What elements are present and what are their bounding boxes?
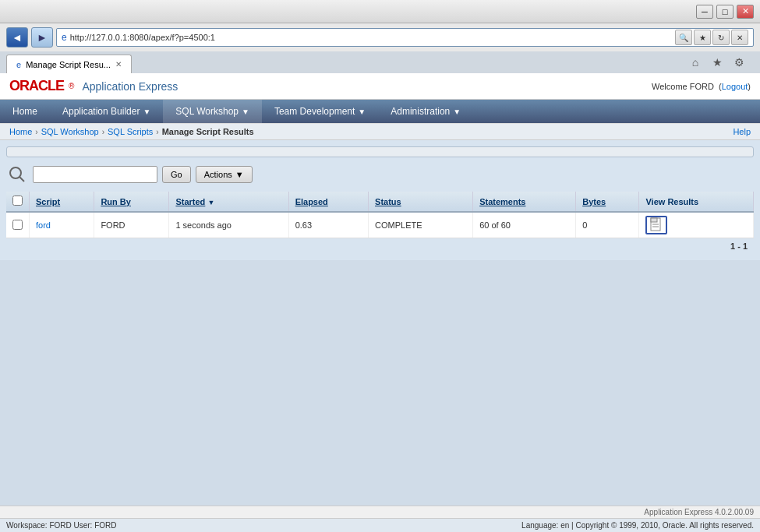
page-footer: Application Express 4.0.2.00.09 Workspac… <box>0 506 760 532</box>
minimize-button[interactable]: ─ <box>696 5 713 19</box>
view-results-button[interactable] <box>645 216 667 234</box>
breadcrumb-bar: Home › SQL Workshop › SQL Scripts › Mana… <box>0 123 760 140</box>
oracle-logo: ORACLE® Application Express <box>9 78 178 94</box>
nav-team-development-dropdown: ▼ <box>358 107 366 116</box>
row-checkbox[interactable] <box>12 220 23 230</box>
breadcrumb-home[interactable]: Home <box>9 127 32 136</box>
footer-bottom: Workspace: FORD User: FORD Language: en … <box>0 518 760 532</box>
url-icon: e <box>62 32 67 43</box>
row-script-cell: ford <box>30 212 94 238</box>
nav-bar: Home Application Builder ▼ SQL Workshop … <box>0 100 760 123</box>
search-input[interactable] <box>33 166 157 183</box>
version-text: Application Express 4.0.2.00.09 <box>644 508 754 516</box>
col-view-results: View Results <box>639 192 754 212</box>
apex-app-title: Application Express <box>82 80 178 93</box>
breadcrumb-sep-3: › <box>156 128 158 136</box>
col-elapsed[interactable]: Elapsed <box>288 192 368 212</box>
favorites-toolbar-icon[interactable]: ★ <box>709 54 726 71</box>
title-bar: ─ □ ✕ <box>0 0 760 23</box>
tab-icon: e <box>16 60 21 69</box>
script-link[interactable]: ford <box>36 220 51 230</box>
svg-rect-3 <box>651 218 657 222</box>
col-script[interactable]: Script <box>30 192 94 212</box>
actions-button[interactable]: Actions ▼ <box>196 166 253 183</box>
col-run-by[interactable]: Run By <box>94 192 169 212</box>
col-run-by-link[interactable]: Run By <box>101 197 131 206</box>
refresh-button[interactable]: ↻ <box>712 30 730 45</box>
nav-team-development[interactable]: Team Development ▼ <box>262 100 378 123</box>
favorites-button[interactable]: ★ <box>694 30 711 45</box>
row-bytes-cell: 0 <box>576 212 639 238</box>
col-elapsed-link[interactable]: Elapsed <box>295 197 328 206</box>
data-table: Script Run By Started ▼ Elapsed Status S… <box>6 192 754 238</box>
close-button[interactable]: ✕ <box>737 5 754 19</box>
breadcrumb-sql-scripts[interactable]: SQL Scripts <box>108 127 153 136</box>
search-url-button[interactable]: 🔍 <box>675 30 692 45</box>
col-bytes[interactable]: Bytes <box>576 192 639 212</box>
col-script-link[interactable]: Script <box>36 197 60 206</box>
logout-link[interactable]: Logout <box>722 82 748 91</box>
settings-toolbar-icon[interactable]: ⚙ <box>730 54 748 71</box>
filter-bar: Go Actions ▼ <box>6 164 754 185</box>
nav-administration[interactable]: Administration ▼ <box>378 100 473 123</box>
tab-bar: e Manage Script Resu... ✕ ⌂ ★ ⚙ <box>0 51 760 73</box>
address-bar: ◄ ► e http://127.0.0.1:8080/apex/f?p=450… <box>0 23 760 51</box>
workspace-text: Workspace: FORD User: FORD <box>6 521 117 530</box>
back-button[interactable]: ◄ <box>6 27 28 48</box>
page-wrapper: ORACLE® Application Express Welcome FORD… <box>0 73 760 510</box>
col-status[interactable]: Status <box>369 192 473 212</box>
col-statements-link[interactable]: Statements <box>479 197 525 206</box>
row-statements-cell: 60 of 60 <box>473 212 576 238</box>
actions-label: Actions <box>204 170 232 179</box>
tab-close-button[interactable]: ✕ <box>115 60 122 69</box>
search-area <box>6 146 754 157</box>
welcome-text: Welcome FORD (Logout) <box>652 82 751 91</box>
stop-button[interactable]: ✕ <box>731 30 748 45</box>
nav-sql-workshop-dropdown: ▼ <box>242 107 249 116</box>
maximize-button[interactable]: □ <box>716 5 733 19</box>
breadcrumb-current: Manage Script Results <box>162 127 254 136</box>
url-bar[interactable]: e http://127.0.0.1:8080/apex/f?p=4500:1 … <box>56 28 754 47</box>
breadcrumb-sep-1: › <box>35 128 37 136</box>
row-view-results-cell <box>639 212 754 238</box>
nav-home[interactable]: Home <box>0 100 50 123</box>
search-icon-wrap <box>6 164 28 185</box>
oracle-logo-text: ORACLE <box>9 78 64 94</box>
col-started-link[interactable]: Started <box>175 197 205 206</box>
col-bytes-link[interactable]: Bytes <box>582 197 606 206</box>
row-status-cell: COMPLETE <box>369 212 473 238</box>
nav-application-builder[interactable]: Application Builder ▼ <box>50 100 163 123</box>
col-started[interactable]: Started ▼ <box>169 192 288 212</box>
col-status-link[interactable]: Status <box>375 197 401 206</box>
welcome-label: Welcome FORD <box>652 82 714 91</box>
nav-sql-workshop[interactable]: SQL Workshop ▼ <box>163 100 262 123</box>
col-checkbox <box>6 192 30 212</box>
help-link[interactable]: Help <box>733 127 751 136</box>
breadcrumb-sql-workshop[interactable]: SQL Workshop <box>41 127 99 136</box>
home-toolbar-icon[interactable]: ⌂ <box>687 54 704 71</box>
svg-point-0 <box>10 167 21 178</box>
pagination-text: 1 - 1 <box>730 241 748 251</box>
col-statements[interactable]: Statements <box>473 192 576 212</box>
go-button[interactable]: Go <box>162 166 191 183</box>
select-all-checkbox[interactable] <box>12 196 23 206</box>
breadcrumb-sep-2: › <box>102 128 104 136</box>
search-icon <box>9 166 26 183</box>
pagination: 1 - 1 <box>6 238 754 254</box>
copyright-text: Language: en | Copyright © 1999, 2010, O… <box>521 521 754 530</box>
apex-header: ORACLE® Application Express Welcome FORD… <box>0 73 760 100</box>
browser-tab[interactable]: e Manage Script Resu... ✕ <box>6 55 132 73</box>
breadcrumb: Home › SQL Workshop › SQL Scripts › Mana… <box>9 127 254 136</box>
svg-line-1 <box>19 177 24 181</box>
nav-administration-dropdown: ▼ <box>453 107 461 116</box>
row-started-cell: 1 seconds ago <box>169 212 288 238</box>
main-content: Go Actions ▼ Script Run By Started ▼ Ela… <box>0 140 760 260</box>
url-text: http://127.0.0.1:8080/apex/f?p=4500:1 <box>70 33 675 42</box>
tab-label: Manage Script Resu... <box>26 60 111 69</box>
footer-version: Application Express 4.0.2.00.09 <box>0 506 760 518</box>
row-run-by-cell: FORD <box>94 212 169 238</box>
row-elapsed-cell: 0.63 <box>288 212 368 238</box>
actions-dropdown-icon: ▼ <box>235 170 244 179</box>
nav-application-builder-dropdown: ▼ <box>143 107 150 116</box>
forward-button[interactable]: ► <box>31 27 53 48</box>
